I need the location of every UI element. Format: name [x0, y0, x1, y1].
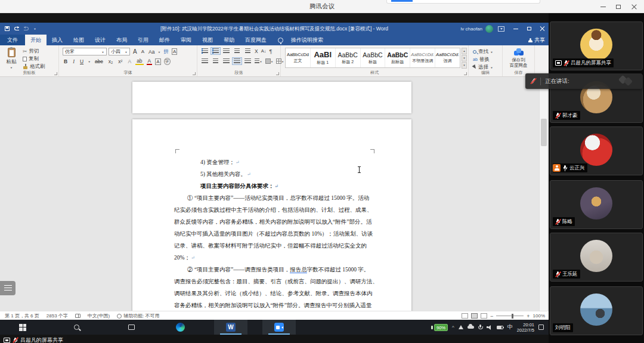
scrollbar-thumb[interactable]: [541, 119, 547, 146]
character-shading-button[interactable]: A: [155, 58, 160, 65]
tab-insert[interactable]: 插入: [47, 35, 68, 45]
asian-layout-button[interactable]: X: [253, 48, 259, 54]
align-center-button[interactable]: [210, 57, 221, 65]
battery-icon[interactable]: [497, 326, 503, 329]
style-subtle-emphasis[interactable]: AaBbCcDd.不明显强调: [410, 48, 435, 67]
distribute-button[interactable]: [243, 57, 253, 65]
battery-widget[interactable]: 90%: [431, 324, 448, 331]
enclose-characters-button[interactable]: 字: [164, 58, 171, 65]
ribbon-display-options-icon[interactable]: [498, 26, 504, 32]
tab-mailings[interactable]: 邮件: [154, 35, 175, 45]
text-effects-button[interactable]: A: [126, 58, 132, 64]
bullets-button[interactable]: [200, 47, 210, 55]
network-signal-icon[interactable]: [459, 325, 463, 329]
zoom-slider-thumb[interactable]: [512, 314, 513, 319]
qat-customize-icon[interactable]: ▼: [33, 27, 36, 30]
tray-clock[interactable]: 20:012022/7/5: [517, 322, 534, 333]
italic-button[interactable]: I: [72, 58, 76, 64]
tab-references[interactable]: 引用: [132, 35, 154, 45]
participant-tile[interactable]: 王乐延: [550, 233, 643, 282]
cloud-icon[interactable]: [467, 326, 474, 329]
zoom-in-button[interactable]: +: [527, 313, 530, 319]
style-title[interactable]: AaBbC标题: [361, 48, 386, 67]
style-normal[interactable]: AaBbCcDd正文: [286, 48, 311, 67]
underline-button[interactable]: U: [79, 58, 85, 64]
close-button[interactable]: [626, 1, 642, 12]
participant-tile[interactable]: 吕超凡的屏幕共享: [550, 21, 643, 70]
clipboard-dialog-launcher[interactable]: [54, 72, 57, 75]
font-size-combo[interactable]: 小四▼: [109, 48, 130, 55]
find-button[interactable]: 查找▼: [473, 48, 493, 55]
font-dialog-launcher[interactable]: [193, 72, 196, 75]
font-name-combo[interactable]: 仿宋▼: [63, 48, 107, 55]
styles-gallery-more-icon[interactable]: ▼: [462, 62, 467, 69]
edge-taskbar-button[interactable]: [163, 320, 197, 335]
sidebar-toggle-handle[interactable]: [0, 281, 16, 295]
tab-baidu-netdisk[interactable]: 百度网盘: [240, 35, 272, 45]
restore-button[interactable]: [611, 1, 626, 12]
tab-draw[interactable]: 绘图: [68, 35, 89, 45]
word-count[interactable]: 2853 个字: [47, 313, 68, 319]
meeting-collapsed-toolbar-tab[interactable]: [386, 0, 540, 4]
copy-button[interactable]: 复制: [23, 55, 45, 63]
start-button[interactable]: [6, 320, 39, 335]
paragraph-dialog-launcher[interactable]: [276, 72, 279, 75]
share-button[interactable]: 共享: [528, 35, 545, 45]
line-spacing-button[interactable]: ▼: [253, 57, 264, 65]
tab-file[interactable]: 文件: [0, 35, 25, 45]
tab-design[interactable]: 设计: [89, 35, 111, 45]
page-indicator[interactable]: 第 1 页，共 6 页: [5, 313, 39, 319]
proofing-icon[interactable]: [75, 314, 80, 318]
style-heading1[interactable]: AaBl标题 1: [311, 48, 336, 67]
word-close-button[interactable]: [535, 23, 549, 35]
tab-review[interactable]: 审阅: [175, 35, 197, 45]
participant-tile[interactable]: 刘明阳: [550, 286, 643, 335]
grow-font-button[interactable]: A: [132, 48, 138, 55]
word-minimize-button[interactable]: [509, 23, 522, 35]
decrease-indent-button[interactable]: [232, 47, 242, 55]
read-mode-icon[interactable]: [462, 313, 468, 319]
styles-dialog-launcher[interactable]: [464, 72, 467, 75]
web-layout-icon[interactable]: [481, 313, 487, 319]
font-color-button[interactable]: A: [147, 58, 153, 65]
style-subtitle[interactable]: AaBbC副标题: [385, 48, 410, 67]
style-heading2[interactable]: AaBbC标题 2: [336, 48, 361, 67]
action-center-icon[interactable]: [538, 325, 544, 330]
redo-icon[interactable]: [24, 27, 29, 30]
change-case-button[interactable]: Aa: [147, 49, 156, 55]
replace-button[interactable]: ab替换: [473, 55, 490, 63]
tab-home[interactable]: 开始: [25, 35, 47, 45]
meeting-taskbar-button[interactable]: [262, 320, 296, 335]
tab-view[interactable]: 视图: [197, 35, 218, 45]
align-right-button[interactable]: [221, 57, 231, 65]
paste-button[interactable]: 粘贴 ▼: [3, 48, 20, 69]
numbering-button[interactable]: [210, 47, 221, 55]
language-indicator[interactable]: 中文(中国): [88, 313, 110, 319]
strikethrough-button[interactable]: abc: [94, 58, 104, 64]
word-restore-button[interactable]: [522, 23, 535, 35]
paste-dropdown-icon[interactable]: ▼: [3, 66, 20, 69]
minimize-button[interactable]: [595, 1, 611, 12]
task-view-button[interactable]: [114, 320, 148, 335]
microphone-tray-icon[interactable]: [478, 325, 482, 330]
shading-button[interactable]: ▼: [264, 57, 274, 65]
vertical-scrollbar[interactable]: [539, 77, 547, 311]
print-layout-icon[interactable]: [471, 313, 478, 319]
zoom-out-button[interactable]: −: [490, 313, 493, 319]
undo-icon[interactable]: [14, 27, 19, 30]
zoom-slider[interactable]: [496, 316, 524, 316]
bold-button[interactable]: B: [63, 58, 69, 64]
taskbar-search-button[interactable]: [60, 320, 93, 335]
tab-help[interactable]: 帮助: [218, 35, 240, 45]
superscript-button[interactable]: x²: [117, 58, 123, 64]
align-left-button[interactable]: [200, 57, 210, 65]
signed-in-user[interactable]: lv chaofan: [461, 26, 482, 32]
save-icon[interactable]: [5, 26, 10, 31]
subscript-button[interactable]: x₂: [107, 58, 114, 64]
document-canvas[interactable]: 4) 资金管理；↵ 5) 其他相关内容。↵ 项目主要内容部分具体要求：↵ ① “…: [0, 77, 549, 311]
character-border-button[interactable]: A: [172, 48, 177, 55]
styles-scroll-up-icon[interactable]: ▲: [462, 48, 467, 54]
ime-indicator[interactable]: 中: [507, 323, 513, 331]
cut-button[interactable]: ✂剪切: [23, 47, 45, 55]
increase-indent-button[interactable]: [243, 47, 253, 55]
